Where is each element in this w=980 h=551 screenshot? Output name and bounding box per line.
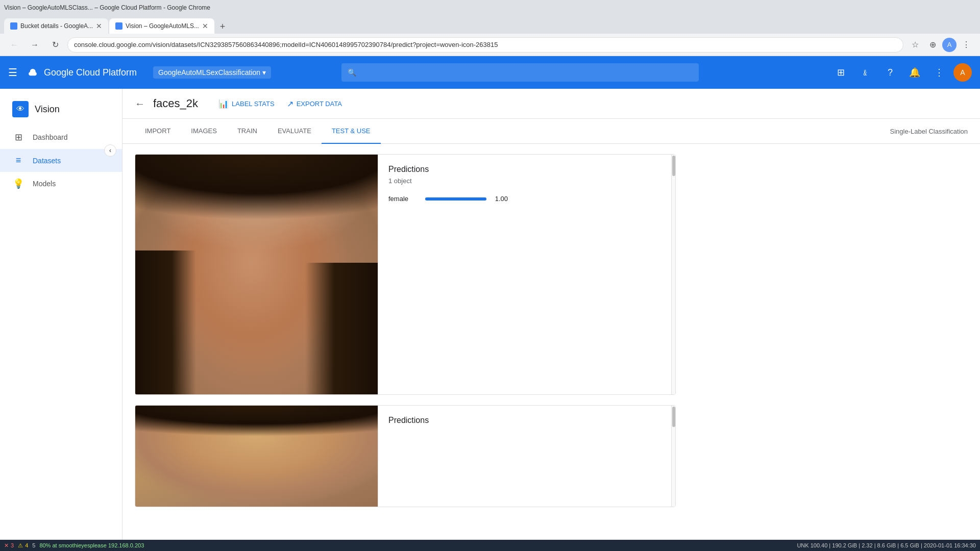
prediction-title-2: Predictions [388, 416, 665, 425]
tab1-close[interactable]: ✕ [96, 22, 102, 30]
sidebar-item-datasets[interactable]: ≡ Datasets [0, 149, 122, 172]
address-bar[interactable]: console.cloud.google.com/vision/datasets… [67, 37, 903, 53]
menu-icon[interactable]: ⋮ [959, 37, 974, 53]
main-layout: 👁 Vision ⊞ Dashboard ≡ Datasets 💡 Models… [0, 89, 980, 551]
prediction-scrollbar-2[interactable] [671, 406, 675, 507]
vision-product-icon: 👁 [12, 101, 29, 117]
classification-type-label: Single-Label Classification [890, 128, 968, 135]
sidebar-item-label-dashboard: Dashboard [33, 133, 68, 141]
gcp-cloud-icon [26, 65, 40, 80]
gcp-logo-text: Google Cloud Platform [44, 67, 137, 78]
project-dropdown-icon: ▾ [262, 68, 266, 77]
sidebar-item-models[interactable]: 💡 Models [0, 172, 122, 195]
content-body: Predictions 1 object female 1.00 [122, 144, 980, 528]
browser-tab-1[interactable]: Bucket details - GoogleA... ✕ [4, 18, 108, 34]
warning-icon: ⚠ [18, 542, 23, 549]
hair-top [135, 155, 378, 263]
prediction-image-1 [135, 155, 378, 394]
dataset-title: faces_2k [153, 97, 198, 110]
prediction-label-female: female [388, 195, 419, 203]
tab1-label: Bucket details - GoogleA... [20, 22, 93, 30]
tab-images[interactable]: IMAGES [181, 119, 227, 144]
tabs-bar: IMPORT IMAGES TRAIN EVALUATE TEST & USE … [122, 119, 980, 144]
browser-tabbar: Bucket details - GoogleA... ✕ Vision – G… [0, 15, 980, 34]
apps-icon[interactable]: ⊞ [831, 62, 851, 83]
prediction-scrollbar-1[interactable] [671, 155, 675, 394]
tab2-favicon [115, 22, 122, 30]
label-stats-icon: 📊 [218, 99, 229, 109]
export-icon: ↗ [287, 99, 293, 109]
models-icon: 💡 [12, 178, 24, 189]
hair-left [135, 251, 196, 394]
back-button[interactable]: ← [6, 37, 22, 53]
tab2-close[interactable]: ✕ [202, 22, 208, 30]
tab1-favicon [10, 22, 17, 30]
header-actions: 📊 LABEL STATS ↗ EXPORT DATA [218, 99, 342, 109]
sidebar-item-label-datasets: Datasets [33, 157, 61, 165]
datasets-icon: ≡ [12, 155, 24, 166]
hair-right [305, 263, 378, 395]
back-arrow[interactable]: ← [135, 98, 145, 110]
toolbar-actions: ☆ ⊕ A ⋮ [908, 37, 974, 53]
cloud-shell-icon[interactable]: ﹠ [855, 62, 876, 83]
scroll-thumb-2 [672, 407, 675, 427]
scroll-thumb-1 [672, 156, 675, 176]
tab-train[interactable]: TRAIN [227, 119, 267, 144]
tab-import[interactable]: IMPORT [135, 119, 181, 144]
prediction-card-1: Predictions 1 object female 1.00 [135, 154, 676, 395]
label-stats-button[interactable]: 📊 LABEL STATS [218, 99, 275, 109]
prediction-panel-1: Predictions 1 object female 1.00 [378, 155, 675, 394]
prediction-value-female: 1.00 [493, 195, 508, 203]
tab2-label: Vision – GoogleAutoMLS... [126, 22, 199, 30]
gcp-logo-area: Google Cloud Platform [26, 65, 137, 80]
hair-top-2 [135, 406, 378, 457]
error-icon: ✕ [4, 542, 9, 549]
sidebar-item-label-models: Models [33, 180, 56, 188]
prediction-image-2 [135, 406, 378, 507]
bookmark-icon[interactable]: ☆ [908, 37, 923, 53]
prediction-count-1: 1 object [388, 177, 665, 185]
status-bar: ✕ 3 ⚠ 4 5 80% at smoothieyesplease 192.1… [0, 540, 980, 551]
address-text: console.cloud.google.com/vision/datasets… [74, 41, 498, 48]
forward-button[interactable]: → [27, 37, 43, 53]
status-right-text: UNK 100.40 | 190.2 GiB | 2.32 | 8.6 GiB … [797, 542, 976, 548]
browser-user-avatar[interactable]: A [942, 38, 957, 52]
browser-toolbar: ← → ↻ console.cloud.google.com/vision/da… [0, 34, 980, 56]
tab-evaluate[interactable]: EVALUATE [267, 119, 322, 144]
zoom-icon[interactable]: ⊕ [925, 37, 940, 53]
dashboard-icon: ⊞ [12, 132, 24, 143]
content-area: ← faces_2k 📊 LABEL STATS ↗ EXPORT DATA I… [122, 89, 980, 551]
new-tab-button[interactable]: + [215, 19, 230, 34]
face-image-overlay [135, 155, 378, 394]
info-count: 5 [32, 542, 35, 548]
prediction-row-female: female 1.00 [388, 195, 665, 203]
prediction-bar-female [425, 197, 486, 201]
more-options-icon[interactable]: ⋮ [929, 62, 949, 83]
project-name: GoogleAutoMLSexClassification [158, 68, 260, 77]
sidebar-item-dashboard[interactable]: ⊞ Dashboard [0, 126, 122, 149]
error-count: ✕ 3 [4, 542, 14, 549]
notifications-icon[interactable]: 🔔 [904, 62, 925, 83]
product-name: Vision [35, 104, 60, 115]
project-selector[interactable]: GoogleAutoMLSexClassification ▾ [153, 66, 271, 79]
browser-title: Vision – GoogleAutoMLSClass... – Google … [4, 4, 210, 11]
status-right-info: UNK 100.40 | 190.2 GiB | 2.32 | 8.6 GiB … [797, 542, 976, 548]
prediction-bar-fill-female [425, 197, 486, 201]
dataset-header: ← faces_2k 📊 LABEL STATS ↗ EXPORT DATA [122, 89, 980, 119]
label-stats-label: LABEL STATS [232, 100, 275, 108]
browser-titlebar: Vision – GoogleAutoMLSClass... – Google … [0, 0, 980, 15]
gcp-user-avatar[interactable]: A [953, 63, 972, 82]
export-data-label: EXPORT DATA [297, 100, 342, 108]
reload-button[interactable]: ↻ [47, 37, 63, 53]
prediction-title-1: Predictions [388, 165, 665, 174]
warning-count: ⚠ 4 [18, 542, 28, 549]
help-icon[interactable]: ? [880, 62, 900, 83]
prediction-card-2: Predictions [135, 405, 676, 507]
sidebar-collapse-button[interactable]: ‹ [104, 144, 116, 157]
hamburger-menu[interactable]: ☰ [8, 66, 17, 79]
gcp-search-bar[interactable]: 🔍 [341, 63, 699, 82]
browser-tab-2[interactable]: Vision – GoogleAutoMLS... ✕ [109, 18, 214, 34]
tab-test-use[interactable]: TEST & USE [322, 119, 381, 144]
export-data-button[interactable]: ↗ EXPORT DATA [287, 99, 342, 109]
gcp-topnav: ☰ Google Cloud Platform GoogleAutoMLSexC… [0, 56, 980, 89]
